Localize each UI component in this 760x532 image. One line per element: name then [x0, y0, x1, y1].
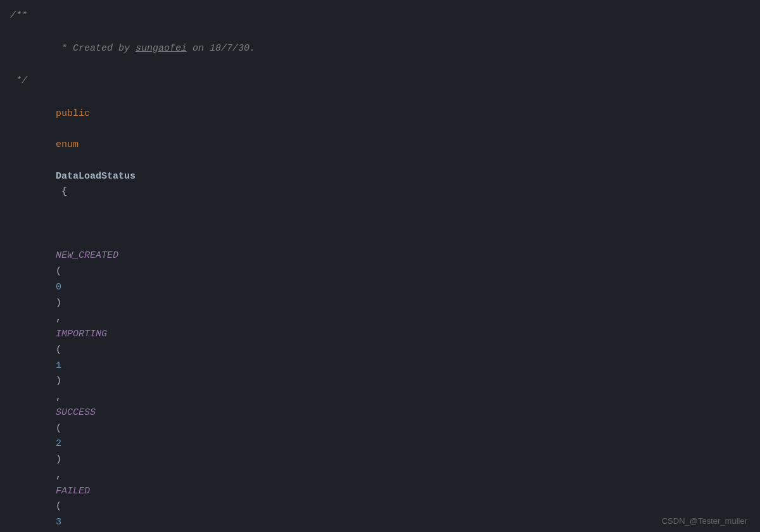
- line-1: /**: [10, 8, 760, 25]
- line-2: * Created by sungaofei on 18/7/30.: [10, 25, 760, 73]
- code-editor: /** * Created by sungaofei on 18/7/30. *…: [0, 0, 760, 532]
- watermark: CSDN_@Tester_muller: [662, 516, 747, 526]
- line-3: */: [10, 73, 760, 90]
- line-5: NEW_CREATED ( 0 ) , IMPORTING ( 1 ) , SU…: [10, 217, 760, 532]
- line-4: public enum DataLoadStatus {: [10, 90, 760, 217]
- code-content: /** * Created by sungaofei on 18/7/30. *…: [0, 0, 760, 532]
